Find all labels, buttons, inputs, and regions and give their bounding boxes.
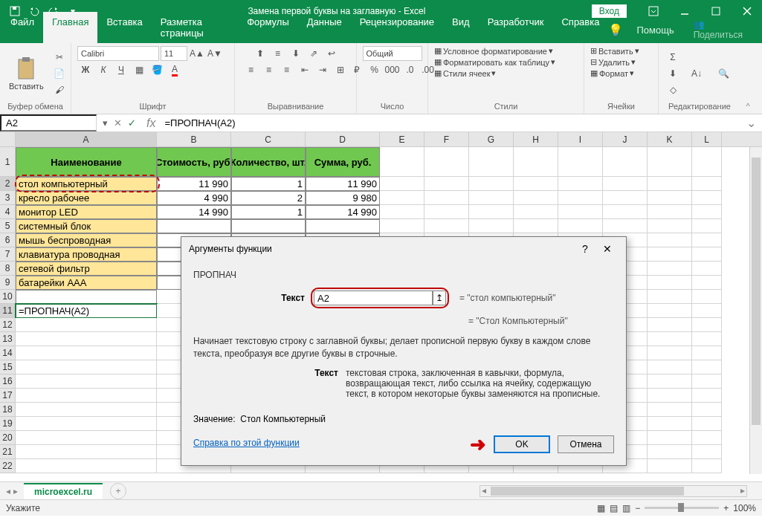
cell-L8[interactable]	[692, 262, 722, 276]
cell-J1[interactable]	[603, 147, 648, 177]
col-header-F[interactable]: F	[424, 132, 469, 146]
cell-K18[interactable]	[648, 403, 692, 417]
cell-L6[interactable]	[692, 233, 722, 247]
align-top-icon[interactable]: ⬆	[252, 46, 268, 61]
cell-A17[interactable]	[16, 389, 157, 403]
align-bottom-icon[interactable]: ⬇	[288, 46, 304, 61]
tab-вид[interactable]: Вид	[443, 12, 479, 43]
zoom-in-icon[interactable]: +	[723, 503, 729, 513]
sheet-nav-next-icon[interactable]: ▸	[13, 486, 18, 496]
cell-A2[interactable]: стол компьютерный	[16, 177, 157, 191]
row-header-11[interactable]: 11	[0, 304, 16, 318]
sheet-nav-prev-icon[interactable]: ◂	[6, 486, 10, 496]
tab-разметка страницы[interactable]: Разметка страницы	[152, 12, 238, 43]
row-header-18[interactable]: 18	[0, 403, 16, 417]
cell-K4[interactable]	[648, 205, 692, 219]
bold-icon[interactable]: Ж	[77, 62, 94, 77]
view-pagebreak-icon[interactable]: ▥	[622, 503, 630, 513]
decrease-font-icon[interactable]: A▼	[207, 46, 223, 61]
cell-G3[interactable]	[469, 191, 514, 205]
ok-button[interactable]: OK	[494, 435, 550, 453]
cell-L5[interactable]	[692, 219, 722, 233]
row-header-7[interactable]: 7	[0, 247, 16, 262]
cell-A7[interactable]: клавиатура проводная	[16, 247, 157, 262]
orientation-icon[interactable]: ⇗	[306, 46, 322, 61]
cell-A9[interactable]: батарейки AAA	[16, 276, 157, 290]
cell-I4[interactable]	[558, 205, 603, 219]
cell-L9[interactable]	[692, 276, 722, 290]
cell-I2[interactable]	[558, 177, 603, 191]
underline-icon[interactable]: Ч	[113, 62, 129, 77]
cell-K13[interactable]	[648, 332, 692, 346]
align-right-icon[interactable]: ≡	[279, 62, 295, 77]
paste-button[interactable]: Вставить	[6, 55, 47, 92]
col-header-J[interactable]: J	[603, 132, 648, 146]
cell-A13[interactable]	[16, 332, 157, 346]
col-header-B[interactable]: B	[157, 132, 231, 146]
cell-K3[interactable]	[648, 191, 692, 205]
cell-K22[interactable]	[648, 459, 692, 473]
cell-A4[interactable]: монитор LED	[16, 205, 157, 219]
row-header-4[interactable]: 4	[0, 205, 16, 219]
cell-A12[interactable]	[16, 318, 157, 332]
cell-G1[interactable]	[469, 147, 514, 177]
tab-формулы[interactable]: Формулы	[238, 12, 298, 43]
cell-K5[interactable]	[648, 219, 692, 233]
cell-L17[interactable]	[692, 389, 722, 403]
cut-icon[interactable]: ✂	[51, 50, 68, 65]
row-header-6[interactable]: 6	[0, 233, 16, 247]
row-header-22[interactable]: 22	[0, 459, 16, 473]
cell-K1[interactable]	[648, 147, 692, 177]
cell-K17[interactable]	[648, 389, 692, 403]
increase-decimal-icon[interactable]: .0	[402, 62, 419, 77]
cell-L16[interactable]	[692, 374, 722, 389]
cell-J2[interactable]	[603, 177, 648, 191]
cell-C4[interactable]: 1	[231, 205, 306, 219]
cell-H3[interactable]	[514, 191, 558, 205]
delete-cells-button[interactable]: ⊟ Удалить ▾	[590, 57, 636, 67]
cell-E5[interactable]	[380, 219, 424, 233]
font-color-icon[interactable]: A	[167, 62, 183, 77]
cell-L22[interactable]	[692, 459, 722, 473]
cell-A8[interactable]: сетевой фильтр	[16, 262, 157, 276]
zoom-level[interactable]: 100%	[733, 503, 756, 513]
col-header-I[interactable]: I	[558, 132, 603, 146]
find-select-icon[interactable]: 🔍	[712, 66, 734, 81]
row-header-9[interactable]: 9	[0, 276, 16, 290]
col-header-A[interactable]: A	[16, 132, 157, 146]
cell-L15[interactable]	[692, 360, 722, 374]
cell-L1[interactable]	[692, 147, 722, 177]
cell-I3[interactable]	[558, 191, 603, 205]
increase-indent-icon[interactable]: ⇥	[314, 62, 331, 77]
cell-H5[interactable]	[514, 219, 558, 233]
cell-J3[interactable]	[603, 191, 648, 205]
format-cells-button[interactable]: ▦ Формат ▾	[590, 68, 634, 78]
cell-K6[interactable]	[648, 233, 692, 247]
row-header-14[interactable]: 14	[0, 346, 16, 360]
row-header-13[interactable]: 13	[0, 332, 16, 346]
cell-A18[interactable]	[16, 403, 157, 417]
cell-L19[interactable]	[692, 417, 722, 431]
cell-A1[interactable]: Наименование	[16, 147, 157, 177]
cell-styles-button[interactable]: ▦ Стили ячеек ▾	[434, 68, 496, 78]
cell-F4[interactable]	[424, 205, 469, 219]
cell-K15[interactable]	[648, 360, 692, 374]
format-as-table-button[interactable]: ▦ Форматировать как таблицу ▾	[434, 57, 555, 67]
cell-L20[interactable]	[692, 431, 722, 445]
wrap-text-icon[interactable]: ↩	[323, 46, 340, 61]
cell-L18[interactable]	[692, 403, 722, 417]
format-painter-icon[interactable]: 🖌	[51, 82, 68, 97]
align-middle-icon[interactable]: ≡	[270, 46, 286, 61]
row-header-19[interactable]: 19	[0, 417, 16, 431]
cell-K8[interactable]	[648, 262, 692, 276]
dialog-help-icon[interactable]: ?	[574, 243, 596, 255]
fill-color-icon[interactable]: 🪣	[149, 62, 165, 77]
fx-icon[interactable]: fx	[142, 117, 160, 130]
cell-L4[interactable]	[692, 205, 722, 219]
expand-formula-bar-icon[interactable]: ⌄	[740, 116, 762, 130]
sort-filter-icon[interactable]: A↓	[685, 66, 708, 81]
collapse-ribbon-icon[interactable]: ^	[740, 43, 755, 114]
share-button[interactable]: 👥 Поделиться	[688, 16, 758, 43]
cell-D2[interactable]: 11 990	[306, 177, 380, 191]
cell-L21[interactable]	[692, 445, 722, 459]
